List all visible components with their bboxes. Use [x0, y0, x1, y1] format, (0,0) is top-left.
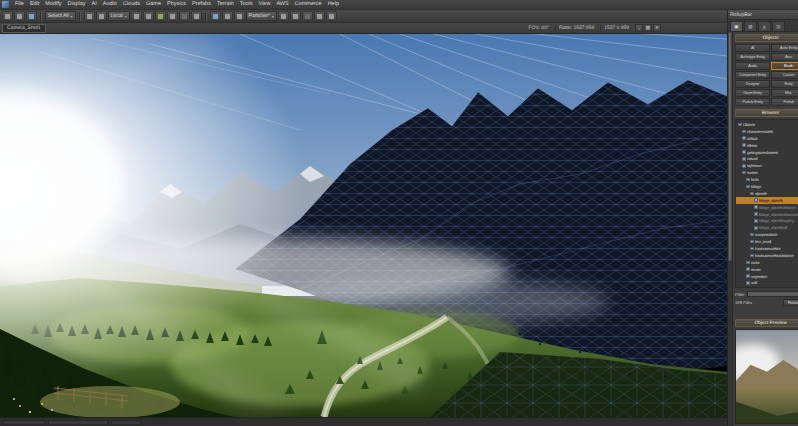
object-type-button[interactable]: Particle Entity: [735, 98, 770, 106]
snap-grid-icon[interactable]: [131, 11, 142, 21]
object-type-button[interactable]: Archetype Entity: [735, 53, 770, 61]
object-type-button[interactable]: Audio: [735, 62, 770, 70]
folder-icon: [742, 136, 746, 140]
viewport-toggle-icon[interactable]: i: [635, 24, 643, 32]
viewport-toggle-icon[interactable]: ▦: [644, 24, 652, 32]
ai-debug-icon[interactable]: [210, 11, 221, 21]
tree-item[interactable]: foliage_alpinefirsapling: [736, 217, 798, 224]
menu-item[interactable]: Game: [143, 0, 164, 9]
tree-item[interactable]: fraxinusexcelsiordistance: [736, 252, 798, 259]
tree-item[interactable]: default: [736, 135, 798, 142]
object-type-button[interactable]: Misc: [771, 89, 798, 97]
play-game-icon[interactable]: [278, 11, 289, 21]
objects-section-header[interactable]: Objects: [735, 34, 798, 42]
terrain-follow-icon[interactable]: [155, 11, 166, 21]
tree-item[interactable]: styletown: [736, 162, 798, 169]
tree-item[interactable]: vegetation: [736, 273, 798, 280]
tree-item[interactable]: alpinefir: [736, 190, 798, 197]
menu-item[interactable]: Tools: [237, 0, 256, 9]
menu-item[interactable]: Help: [325, 0, 342, 9]
particles-dropdown[interactable]: Particles* ▾: [246, 11, 277, 21]
object-type-button[interactable]: Designer: [735, 80, 770, 88]
tree-item[interactable]: wall: [736, 279, 798, 286]
tree-item[interactable]: foliage_alpinefirdistanceclump: [736, 211, 798, 218]
tree-item[interactable]: foliage: [736, 183, 798, 190]
rollupbar-tab-icon[interactable]: ▣: [730, 21, 743, 31]
menu-item[interactable]: View: [256, 0, 274, 9]
menu-item[interactable]: File: [12, 0, 27, 9]
menu-item[interactable]: AI: [89, 0, 100, 9]
menu-item[interactable]: AWS: [273, 0, 291, 9]
tree-item[interactable]: terrain: [736, 266, 798, 273]
measure-icon[interactable]: [222, 11, 233, 21]
menu-item[interactable]: Edit: [27, 0, 42, 9]
browser-section-header[interactable]: Browser: [735, 109, 798, 117]
filter-input[interactable]: [747, 291, 798, 297]
menu-item[interactable]: Physics: [164, 0, 189, 9]
rotate-tool-icon[interactable]: [96, 11, 107, 21]
object-type-button[interactable]: AI: [735, 44, 770, 52]
tree-item[interactable]: rocks: [736, 259, 798, 266]
rollupbar-tab-icon[interactable]: ◭: [758, 21, 771, 31]
tree-item[interactable]: foliage_alpinefirtall: [736, 224, 798, 231]
tree-item[interactable]: natural: [736, 155, 798, 162]
object-type-button[interactable]: Custom: [771, 71, 798, 79]
object-type-button[interactable]: Geom Entity: [735, 89, 770, 97]
object-type-button[interactable]: Actor Entity: [771, 44, 798, 52]
physics-icon[interactable]: [191, 11, 202, 21]
camera-tab[interactable]: Camera_Shot1: [2, 24, 46, 33]
menu-item[interactable]: Clouds: [120, 0, 143, 9]
freeze-icon[interactable]: [167, 11, 178, 21]
snap-angle-icon[interactable]: [143, 11, 154, 21]
tree-item[interactable]: charactermodels: [736, 128, 798, 135]
menu-item[interactable]: Prefabs: [189, 0, 214, 9]
folder-icon: [742, 164, 746, 168]
rollupbar-tab-icon[interactable]: ▦: [744, 21, 757, 31]
object-type-button[interactable]: Area: [771, 53, 798, 61]
viewport-toggle-icon[interactable]: ✕: [653, 24, 661, 32]
status-bar: [0, 417, 727, 426]
settings-icon[interactable]: [302, 11, 313, 21]
export-icon[interactable]: [290, 11, 301, 21]
tree-item[interactable]: sunset: [736, 169, 798, 176]
menu-item[interactable]: Modify: [42, 0, 64, 9]
object-type-button[interactable]: Component Entity: [735, 71, 770, 79]
tree-item[interactable]: foliage_alpinefirdistance: [736, 204, 798, 211]
tree-item[interactable]: foliage_alpinefir: [736, 197, 798, 204]
perspective-viewport[interactable]: [0, 34, 727, 417]
preview-scene: [736, 330, 798, 423]
menu-item[interactable]: Display: [65, 0, 89, 9]
reload-button[interactable]: Reload: [783, 299, 798, 306]
menu-item[interactable]: Commerce: [292, 0, 325, 9]
tree-item[interactable]: birds: [736, 176, 798, 183]
layers-icon[interactable]: [234, 11, 245, 21]
display-info-icon[interactable]: [179, 11, 190, 21]
menu-item[interactable]: Terrain: [214, 0, 237, 9]
tree-item[interactable]: gettingstartedassets: [736, 149, 798, 156]
select-mode-dropdown[interactable]: Select All ▾: [45, 11, 76, 21]
link-icon[interactable]: [26, 11, 37, 21]
tree-item[interactable]: Objects: [736, 121, 798, 128]
status-segment: [3, 420, 45, 425]
tree-item[interactable]: fern_small: [736, 238, 798, 245]
rollupbar-titlebar[interactable]: RollupBar ✕: [728, 10, 798, 20]
object-preview-image[interactable]: [735, 329, 798, 424]
app-logo-icon: [2, 1, 9, 8]
menu-item[interactable]: Audio: [100, 0, 120, 9]
status-segment: [48, 420, 108, 425]
object-preview-header[interactable]: Object Preview: [735, 319, 798, 327]
camera-icon[interactable]: [314, 11, 325, 21]
redo-icon[interactable]: [14, 11, 25, 21]
tree-item[interactable]: europeanlarch: [736, 231, 798, 238]
tree-item[interactable]: effects: [736, 142, 798, 149]
undo-icon[interactable]: [2, 11, 13, 21]
object-type-button[interactable]: Prefab: [771, 98, 798, 106]
object-type-button[interactable]: Entity: [771, 80, 798, 88]
object-type-button[interactable]: Brush: [771, 62, 798, 70]
move-tool-icon[interactable]: [84, 11, 95, 21]
tree-item[interactable]: fraxinusexcelsior: [736, 245, 798, 252]
screenshot-icon[interactable]: [326, 11, 337, 21]
coordinate-system-dropdown[interactable]: Local ▾: [108, 11, 130, 21]
scrollbar-thumb[interactable]: [728, 32, 732, 261]
rollupbar-tab-icon[interactable]: ▤: [772, 21, 785, 31]
